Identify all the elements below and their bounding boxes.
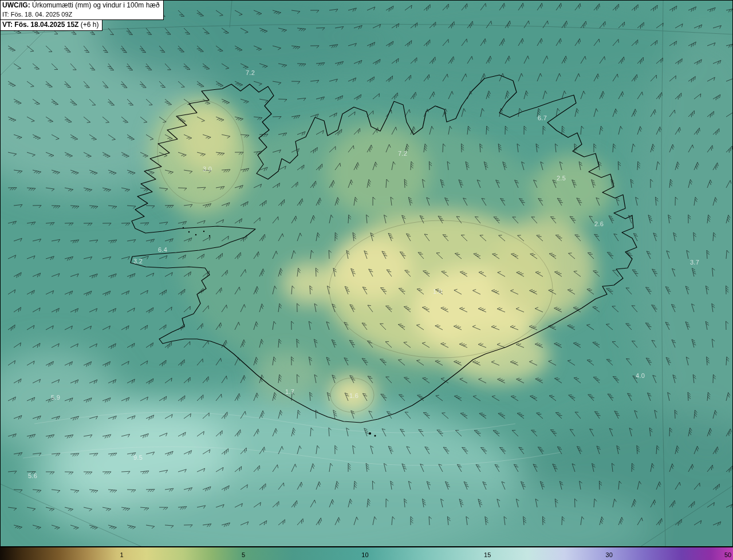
weather-map: [0, 0, 733, 547]
colorbar-tick-label: 30: [606, 551, 613, 558]
colorbar-tick-label: 5: [242, 551, 245, 558]
colorbar-tick-label: 1: [120, 551, 123, 558]
valid-time: VT: Fös. 18.04.2025 15Z: [2, 21, 78, 29]
colorbar-tick-label: 10: [361, 551, 368, 558]
init-time: IT: Fös. 18. 04. 2025 09Z: [2, 10, 160, 18]
model-name: UWC/IG:: [2, 1, 30, 9]
lead-time: (+6 h): [78, 21, 98, 29]
map-header: UWC/IG: Úrkomumætti (mm) og vindur i 100…: [0, 0, 164, 31]
title-box: UWC/IG: Úrkomumætti (mm) og vindur i 100…: [0, 0, 164, 20]
colorbar-tick-label: 50: [724, 551, 731, 558]
colorbar: 1510153050: [0, 547, 733, 560]
colorbar-tick-label: 15: [484, 551, 491, 558]
map-title: Úrkomumætti (mm) og vindur i 100m hæð: [30, 1, 160, 9]
valid-time-box: VT: Fös. 18.04.2025 15Z (+6 h): [0, 19, 103, 31]
weather-map-page: 7.26.77.23.02.52.66.43.23.71.04.05.91.71…: [0, 0, 733, 560]
